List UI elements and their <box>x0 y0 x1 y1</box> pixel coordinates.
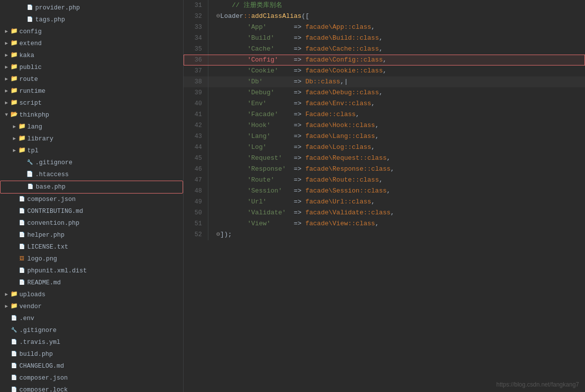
sidebar-item-build-php[interactable]: 📄 build.php <box>0 348 183 360</box>
sidebar-item-gitignore[interactable]: 🔧 .gitignore <box>0 325 183 336</box>
sidebar-item-library[interactable]: 📁 library <box>0 133 183 145</box>
code-line-31: 31 // 注册类库别名 <box>184 0 585 11</box>
line-content[interactable]: 'App' => facade\App::class, <box>208 22 585 33</box>
leaf-spacer <box>4 352 9 357</box>
sidebar-item-changelog-md[interactable]: 📄 CHANGELOG.md <box>0 360 183 372</box>
sidebar-item-composer-json-root[interactable]: 📄 composer.json <box>0 372 183 384</box>
sidebar-item-gitignore-tp[interactable]: 🔧 .gitignore <box>0 157 183 169</box>
line-number: 41 <box>184 109 208 120</box>
line-content[interactable]: 'Request' => facade\Request::class, <box>208 153 585 164</box>
line-content[interactable]: 'Build' => facade\Build::class, <box>208 33 585 44</box>
sidebar-item-helper-php[interactable]: 📄 helper.php <box>0 229 183 241</box>
line-content[interactable]: 'View' => facade\View::class, <box>208 218 585 229</box>
folder-arrow-icon <box>12 148 17 153</box>
line-content[interactable]: 'Facade' => Facade::class, <box>208 109 585 120</box>
sidebar-item-label: composer.json <box>19 373 68 383</box>
folder-icon: 📁 <box>10 28 18 36</box>
line-number: 48 <box>184 186 208 196</box>
sidebar-item-tags-php[interactable]: 📄 tags.php <box>0 14 183 26</box>
line-content[interactable]: ⊖Loader::addClassAlias([ <box>208 11 585 22</box>
sidebar-item-convention-php[interactable]: 📄 convention.php <box>0 217 183 229</box>
line-content[interactable]: 'Cache' => facade\Cache::class, <box>208 44 585 55</box>
watermark: https://blog.csdn.net/fangkang7 <box>496 381 579 388</box>
line-number: 35 <box>184 44 208 55</box>
folder-arrow-icon <box>4 113 9 118</box>
sidebar-item-htaccess[interactable]: 📄 .htaccess <box>0 169 183 181</box>
line-content[interactable]: 'Config' => facade\Config::class, <box>208 55 585 65</box>
folder-arrow-icon <box>4 89 9 94</box>
md-file-icon: 📄 <box>18 207 26 215</box>
line-content[interactable]: 'Validate' => facade\Validate::class, <box>208 207 585 218</box>
sidebar-item-label: CHANGELOG.md <box>19 361 64 371</box>
line-content[interactable]: 'Lang' => facade\Lang::class, <box>208 131 585 142</box>
sidebar-item-kaka[interactable]: 📁 kaka <box>0 50 183 62</box>
php-file-icon: 📄 <box>18 231 26 239</box>
line-content[interactable]: 'Env' => facade\Env::class, <box>208 98 585 109</box>
sidebar-item-label: LICENSE.txt <box>27 242 68 252</box>
folder-icon: 📁 <box>10 87 18 95</box>
line-content[interactable]: ⊖]); <box>208 229 585 240</box>
leaf-spacer <box>12 268 17 273</box>
sidebar-item-tpl[interactable]: 📁 tpl <box>0 145 183 157</box>
sidebar-item-script[interactable]: 📁 script <box>0 97 183 109</box>
sidebar-item-composer-lock[interactable]: 📄 composer.lock <box>0 384 183 392</box>
folder-open-icon: 📂 <box>10 111 18 119</box>
json-file-icon: 📄 <box>18 196 26 203</box>
code-line-37: 37 'Cookie' => facade\Cookie::class, <box>184 65 585 76</box>
sidebar-item-base-php[interactable]: 📄 base.php <box>0 181 183 194</box>
sidebar-item-env[interactable]: 📄 .env <box>0 313 183 325</box>
leaf-spacer <box>12 221 17 226</box>
sidebar-item-provider-php[interactable]: 📄 provider.php <box>0 2 183 14</box>
folder-arrow-icon <box>4 101 9 106</box>
sidebar-item-label: .gitignore <box>19 326 57 335</box>
sidebar-item-composer-json[interactable]: 📄 composer.json <box>0 194 183 205</box>
sidebar-item-route[interactable]: 📁 route <box>0 73 183 85</box>
line-number: 45 <box>184 153 208 164</box>
leaf-spacer <box>4 340 9 345</box>
sidebar-item-phpunit-xml[interactable]: 📄 phpunit.xml.dist <box>0 265 183 277</box>
line-content[interactable]: 'Cookie' => facade\Cookie::class, <box>208 65 585 76</box>
code-line-43: 43 'Lang' => facade\Lang::class, <box>184 131 585 142</box>
line-content[interactable]: 'Debug' => facade\Debug::class, <box>208 87 585 98</box>
code-line-32: 32 ⊖Loader::addClassAlias([ <box>184 11 585 22</box>
sidebar-item-thinkphp[interactable]: 📂 thinkphp <box>0 109 183 121</box>
line-number: 33 <box>184 22 208 33</box>
code-line-46: 46 'Response' => facade\Response::class, <box>184 164 585 175</box>
file-tree-sidebar[interactable]: 📄 provider.php 📄 tags.php 📁 config 📁 ext… <box>0 0 184 392</box>
sidebar-item-public[interactable]: 📁 public <box>0 62 183 73</box>
sidebar-item-runtime[interactable]: 📁 runtime <box>0 85 183 97</box>
line-content[interactable]: 'Response' => facade\Response::class, <box>208 164 585 175</box>
line-content[interactable]: 'Log' => facade\Log::class, <box>208 142 585 153</box>
sidebar-item-extend[interactable]: 📁 extend <box>0 38 183 50</box>
code-line-52: 52 ⊖]); <box>184 229 585 240</box>
sidebar-item-label: vendor <box>19 302 42 312</box>
line-content[interactable]: 'Session' => facade\Session::class, <box>208 186 585 196</box>
sidebar-item-label: .travis.yml <box>19 337 61 347</box>
sidebar-item-lang[interactable]: 📁 lang <box>0 121 183 133</box>
sidebar-item-config[interactable]: 📁 config <box>0 26 183 38</box>
sidebar-item-uploads[interactable]: 📁 uploads <box>0 289 183 301</box>
sidebar-item-travis-yml[interactable]: 📄 .travis.yml <box>0 336 183 348</box>
folder-arrow-icon <box>4 77 9 82</box>
line-content[interactable]: 'Route' => facade\Route::class, <box>208 175 585 186</box>
folder-icon: 📁 <box>10 75 18 83</box>
php-file-icon: 📄 <box>18 219 26 227</box>
sidebar-item-label: extend <box>19 39 42 49</box>
line-content[interactable]: 'Url' => facade\Url::class, <box>208 196 585 207</box>
line-content[interactable]: 'Db' => Db::class,| <box>208 76 585 87</box>
leaf-spacer <box>20 172 25 177</box>
sidebar-item-label: .gitignore <box>35 158 72 168</box>
code-editor[interactable]: 31 // 注册类库别名 32 ⊖Loader::addClassAlias([… <box>184 0 585 392</box>
sidebar-item-logo-png[interactable]: 🖼 logo.png <box>0 253 183 265</box>
folder-arrow-icon <box>12 125 17 130</box>
txt-file-icon: 📄 <box>18 243 26 251</box>
sidebar-item-license-txt[interactable]: 📄 LICENSE.txt <box>0 241 183 253</box>
line-content[interactable]: 'Hook' => facade\Hook::class, <box>208 120 585 131</box>
sidebar-item-contributing-md[interactable]: 📄 CONTRIBUTING.md <box>0 205 183 217</box>
sidebar-item-vendor[interactable]: 📁 vendor <box>0 301 183 313</box>
line-content[interactable]: // 注册类库别名 <box>208 0 585 11</box>
folder-icon: 📁 <box>10 52 18 60</box>
line-number: 43 <box>184 131 208 142</box>
leaf-spacer <box>20 5 25 10</box>
sidebar-item-readme-md[interactable]: 📄 README.md <box>0 277 183 289</box>
